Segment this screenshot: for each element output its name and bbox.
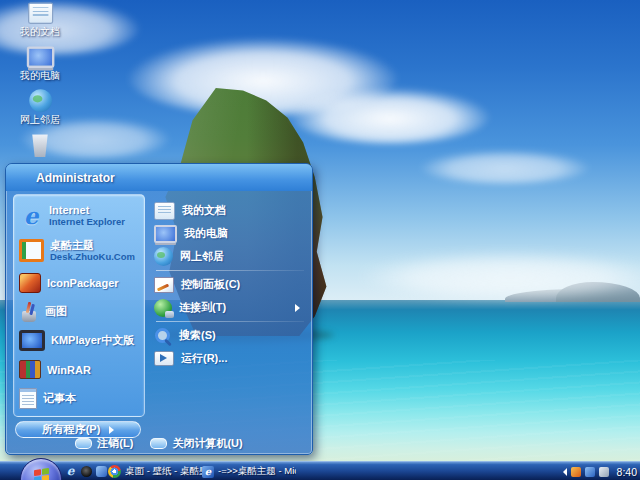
menu-item-label: 网上邻居 <box>180 249 224 264</box>
menu-item-title: 画图 <box>45 304 67 319</box>
desktop-icon-network-places[interactable]: 网上邻居 <box>8 93 72 125</box>
system-tray: 8:40 <box>563 462 637 480</box>
menu-item-title: Internet <box>49 204 125 216</box>
menu-item-internet[interactable]: e Internet Internet Explorer <box>16 198 142 233</box>
start-menu-left-column: e Internet Internet Explorer 桌酷主题 Desk.Z… <box>13 194 145 432</box>
menu-item-kmplayer[interactable]: KMPlayer中文版 <box>16 326 142 355</box>
desktop-icon-label: 我的文档 <box>8 26 72 37</box>
arrow-right-icon <box>295 304 300 312</box>
start-menu: Administrator e Internet Internet Explor… <box>5 163 313 455</box>
tray-icon-orange[interactable] <box>571 467 581 477</box>
menu-item-title: KMPlayer中文版 <box>51 333 134 348</box>
chrome-icon <box>108 465 121 478</box>
network-places-icon <box>154 247 173 266</box>
quicklaunch-dark-circle-icon[interactable] <box>81 466 92 477</box>
taskbar-clock: 8:40 <box>617 466 637 478</box>
menu-item-label: 控制面板(C) <box>181 277 240 292</box>
my-computer-icon <box>154 225 177 243</box>
start-menu-body: e Internet Internet Explorer 桌酷主题 Desk.Z… <box>6 191 312 432</box>
winrar-icon <box>19 360 41 379</box>
shutdown-label: 关闭计算机(U) <box>172 436 242 451</box>
log-off-icon <box>75 438 92 449</box>
menu-item-run[interactable]: 运行(R)... <box>154 347 308 370</box>
run-icon <box>154 351 174 366</box>
desktop-icon-label: 我的电脑 <box>8 70 72 81</box>
menu-item-label: 我的电脑 <box>184 226 228 241</box>
start-menu-right-column: 我的文档 我的电脑 网上邻居 控制面板(C) 连接到(T) <box>147 191 312 432</box>
shutdown-button[interactable]: 关闭计算机(U) <box>150 436 242 451</box>
log-off-label: 注销(L) <box>97 436 133 451</box>
ie-window-icon: e <box>202 466 214 478</box>
cloud <box>420 150 590 184</box>
desktop-icon-label: 网上邻居 <box>8 114 72 125</box>
menu-item-my-computer[interactable]: 我的电脑 <box>154 222 308 245</box>
menu-item-label: 搜索(S) <box>179 328 216 343</box>
my-computer-icon <box>26 46 54 68</box>
taskbar: e 桌面 - 壁纸 - 桌酷壁... e -=>>桌酷主题 - Mic... 8… <box>0 461 640 480</box>
network-places-icon <box>29 89 52 112</box>
iconpackager-icon <box>19 273 41 293</box>
menu-item-zhuoku-theme[interactable]: 桌酷主题 Desk.ZhuoKu.Com <box>16 233 142 268</box>
start-menu-header: Administrator <box>6 164 312 191</box>
menu-item-title: IconPackager <box>47 277 119 289</box>
menu-separator <box>156 270 304 271</box>
start-button[interactable] <box>20 458 62 480</box>
control-panel-icon <box>154 277 174 293</box>
menu-separator <box>156 321 304 322</box>
menu-item-iconpackager[interactable]: IconPackager <box>16 268 142 297</box>
cloud <box>360 252 640 298</box>
taskbar-task-wallpaper[interactable]: 桌面 - 壁纸 - 桌酷壁... <box>108 462 203 480</box>
kmplayer-icon <box>19 330 45 351</box>
search-icon <box>154 327 172 345</box>
recycle-bin-icon <box>30 134 50 157</box>
menu-item-my-documents[interactable]: 我的文档 <box>154 199 308 222</box>
my-documents-icon <box>154 202 175 220</box>
desktop-icon-recycle-bin[interactable] <box>8 138 72 159</box>
menu-item-search[interactable]: 搜索(S) <box>154 324 308 347</box>
menu-item-label: 我的文档 <box>182 203 226 218</box>
desktop-icon-my-computer[interactable]: 我的电脑 <box>8 50 72 81</box>
my-documents-icon <box>27 2 52 24</box>
taskbar-task-zhuoku-theme[interactable]: e -=>>桌酷主题 - Mic... <box>202 462 296 480</box>
log-off-button[interactable]: 注销(L) <box>75 436 133 451</box>
internet-explorer-icon: e <box>19 204 43 228</box>
menu-item-paint[interactable]: 画图 <box>16 297 142 326</box>
desktop: 我的文档 我的电脑 网上邻居 Administrator e Internet … <box>0 0 640 480</box>
task-label: 桌面 - 壁纸 - 桌酷壁... <box>125 465 203 478</box>
tray-icon-gray[interactable] <box>599 467 609 477</box>
arrow-right-icon <box>109 426 114 434</box>
menu-item-subtitle: Internet Explorer <box>49 216 125 228</box>
notepad-icon <box>19 388 37 409</box>
menu-item-label: 连接到(T) <box>179 300 226 315</box>
menu-item-notepad[interactable]: 记事本 <box>16 384 142 413</box>
shutdown-icon <box>150 438 167 449</box>
cloud <box>290 88 490 144</box>
task-label: -=>>桌酷主题 - Mic... <box>218 465 296 478</box>
connect-to-icon <box>154 299 172 317</box>
pinned-programs-panel: e Internet Internet Explorer 桌酷主题 Desk.Z… <box>13 194 145 417</box>
tray-icon-blue[interactable] <box>585 467 595 477</box>
menu-item-network-places[interactable]: 网上邻居 <box>154 245 308 268</box>
menu-item-connect-to[interactable]: 连接到(T) <box>154 296 308 319</box>
tray-expand-chevron-icon[interactable] <box>563 468 567 476</box>
menu-item-winrar[interactable]: WinRAR <box>16 355 142 384</box>
paint-icon <box>19 302 39 322</box>
menu-item-title: 桌酷主题 <box>50 239 135 251</box>
menu-item-title: 记事本 <box>43 391 76 406</box>
username: Administrator <box>36 171 115 185</box>
quicklaunch-blue-icon[interactable] <box>96 466 107 477</box>
menu-item-subtitle: Desk.ZhuoKu.Com <box>50 251 135 263</box>
zhuoku-wallpaper-icon <box>19 239 44 262</box>
menu-item-title: WinRAR <box>47 364 91 376</box>
desktop-icon-my-documents[interactable]: 我的文档 <box>8 6 72 37</box>
windows-flag-icon <box>34 467 49 480</box>
ie-quicklaunch-icon[interactable]: e <box>64 465 77 478</box>
menu-item-control-panel[interactable]: 控制面板(C) <box>154 273 308 296</box>
menu-item-label: 运行(R)... <box>181 351 227 366</box>
